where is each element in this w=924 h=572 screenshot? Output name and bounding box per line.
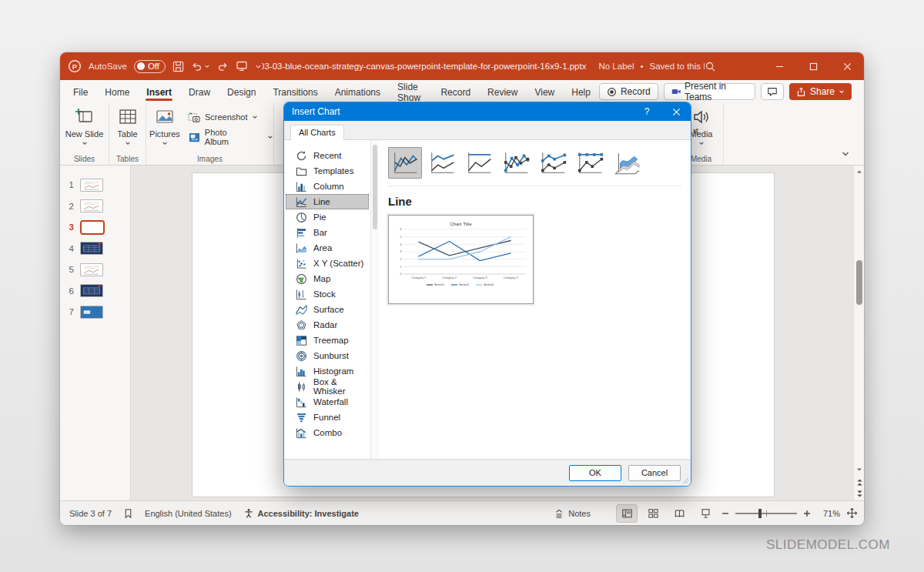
chart-type-stock[interactable]: Stock xyxy=(286,286,369,302)
start-slideshow-icon[interactable] xyxy=(236,60,248,72)
dialog-title-bar[interactable]: Insert Chart ? xyxy=(284,102,691,121)
save-icon[interactable] xyxy=(172,61,184,72)
undo-dropdown-chevron-icon[interactable] xyxy=(204,63,210,69)
search-icon[interactable] xyxy=(705,61,716,72)
subtype-line-with-markers[interactable] xyxy=(499,147,533,179)
slide-thumbnail[interactable] xyxy=(80,179,103,192)
zoom-out-icon[interactable] xyxy=(721,510,729,517)
slideshow-view-button[interactable] xyxy=(695,505,715,522)
share-button[interactable]: Share xyxy=(789,83,852,100)
slide-thumbnail[interactable] xyxy=(80,284,103,297)
chart-type-surface[interactable]: Surface xyxy=(286,302,369,317)
quick-access-chevron-icon[interactable] xyxy=(255,63,262,70)
slide-thumbnail-row-3[interactable]: 3 xyxy=(60,218,131,236)
tab-all-charts[interactable]: All Charts xyxy=(290,125,344,141)
chart-preview-box[interactable]: 0123456Category 1Category 2Category 3Cat… xyxy=(388,215,534,304)
slide-thumbnail-row-5[interactable]: 5 xyxy=(60,260,131,279)
chart-type-waterfall[interactable]: Waterfall xyxy=(286,394,369,410)
scrollbar-thumb[interactable] xyxy=(856,260,862,305)
accessibility-status[interactable]: Accessibility: Investigate xyxy=(243,508,359,519)
chart-type-box-whisker[interactable]: Box & Whisker xyxy=(286,379,369,394)
slide-thumbnail-row-1[interactable]: 1 xyxy=(60,176,131,194)
menu-tab-home[interactable]: Home xyxy=(96,83,138,101)
undo-icon[interactable] xyxy=(191,61,203,72)
slide-thumbnail-row-4[interactable]: 4 xyxy=(60,239,131,258)
comments-button[interactable] xyxy=(761,83,784,100)
autosave-toggle[interactable]: Off xyxy=(134,60,166,73)
dialog-help-button[interactable]: ? xyxy=(632,102,661,121)
chart-type-histogram[interactable]: Histogram xyxy=(286,363,369,379)
subtype-100-stacked-line-with-markers[interactable] xyxy=(573,147,607,179)
chart-type-area[interactable]: Area xyxy=(286,240,369,256)
screenshot-button[interactable]: Screenshot xyxy=(188,109,273,125)
chart-type-combo[interactable]: Combo xyxy=(286,425,369,440)
menu-tab-draw[interactable]: Draw xyxy=(180,83,219,101)
table-button[interactable]: Table xyxy=(109,107,146,146)
menu-tab-transitions[interactable]: Transitions xyxy=(264,83,326,101)
cancel-button[interactable]: Cancel xyxy=(628,465,681,481)
present-in-teams-button[interactable]: Present in Teams xyxy=(664,83,755,100)
zoom-slider[interactable] xyxy=(735,513,797,514)
chart-type-templates[interactable]: Templates xyxy=(286,163,369,179)
menu-tab-review[interactable]: Review xyxy=(479,83,526,101)
subtype-stacked-line-with-markers[interactable] xyxy=(536,147,570,179)
menu-tab-record[interactable]: Record xyxy=(432,83,479,101)
zoom-in-icon[interactable] xyxy=(803,510,811,517)
chart-type-scatter[interactable]: X Y (Scatter) xyxy=(286,256,369,271)
normal-view-button[interactable] xyxy=(617,505,637,522)
slide-thumbnail[interactable] xyxy=(80,199,103,212)
redo-icon[interactable] xyxy=(217,61,229,72)
slide-sorter-view-button[interactable] xyxy=(643,505,663,522)
new-slide-button[interactable]: New Slide xyxy=(64,107,105,146)
photo-album-button[interactable]: Photo Album xyxy=(188,129,273,145)
chart-type-bar[interactable]: Bar xyxy=(286,225,369,240)
slide-thumbnail[interactable] xyxy=(80,306,103,319)
language-status[interactable]: English (United States) xyxy=(145,509,232,518)
zoom-percentage[interactable]: 71% xyxy=(817,509,840,518)
slide-thumbnail-row-2[interactable]: 2 xyxy=(60,197,131,216)
menu-tab-file[interactable]: File xyxy=(65,83,96,101)
proofing-icon[interactable] xyxy=(123,508,133,519)
reading-view-button[interactable] xyxy=(669,505,689,522)
chart-type-recent[interactable]: Recent xyxy=(286,148,369,163)
scroll-down-arrow[interactable] xyxy=(854,465,864,474)
chart-type-radar[interactable]: Radar xyxy=(286,317,369,333)
slide-thumbnail-row-7[interactable]: 7 xyxy=(60,303,131,321)
chart-type-sunburst[interactable]: Sunburst xyxy=(286,348,369,363)
subtype-100-stacked-line[interactable] xyxy=(462,147,496,179)
slide-thumbnail[interactable] xyxy=(80,242,103,255)
menu-tab-insert[interactable]: Insert xyxy=(138,83,180,101)
chart-type-column[interactable]: Column xyxy=(286,179,369,194)
chart-type-map[interactable]: Map xyxy=(286,271,369,286)
fit-slide-icon[interactable] xyxy=(846,507,858,519)
chart-type-pie[interactable]: Pie xyxy=(286,209,369,225)
chart-type-line[interactable]: Line xyxy=(286,194,369,209)
slide-thumbnail[interactable] xyxy=(80,263,103,276)
saved-status[interactable]: Saved to this PC xyxy=(650,62,705,71)
notes-button[interactable]: Notes xyxy=(554,508,591,519)
dialog-close-button[interactable] xyxy=(661,102,691,121)
subtype-line[interactable] xyxy=(388,147,422,179)
slide-thumbnail[interactable] xyxy=(80,220,105,235)
menu-tab-design[interactable]: Design xyxy=(219,83,264,101)
chart-type-funnel[interactable]: Funnel xyxy=(286,410,369,425)
pictures-button[interactable]: Pictures xyxy=(146,107,183,146)
menu-tab-help[interactable]: Help xyxy=(563,83,599,101)
chart-type-treemap[interactable]: Treemap xyxy=(286,333,369,348)
menu-tab-animations[interactable]: Animations xyxy=(326,83,389,101)
menu-tab-view[interactable]: View xyxy=(526,83,563,101)
ok-button[interactable]: OK xyxy=(569,465,621,481)
record-button[interactable]: Record xyxy=(599,83,658,100)
collapse-ribbon-chevron-icon[interactable] xyxy=(841,149,850,159)
chart-type-list-scrollbar[interactable] xyxy=(370,140,379,459)
next-slide-button[interactable] xyxy=(854,489,864,498)
minimize-button[interactable] xyxy=(762,52,796,80)
close-button[interactable] xyxy=(830,52,864,80)
slide-thumbnail-row-6[interactable]: 6 xyxy=(60,282,131,300)
previous-slide-button[interactable] xyxy=(854,477,864,487)
zoom-slider-thumb[interactable] xyxy=(758,509,762,518)
resize-grip[interactable] xyxy=(681,477,689,484)
list-scrollbar-thumb[interactable] xyxy=(373,145,377,229)
subtype-stacked-line[interactable] xyxy=(425,147,459,179)
subtype-3-d-line[interactable] xyxy=(610,147,644,179)
